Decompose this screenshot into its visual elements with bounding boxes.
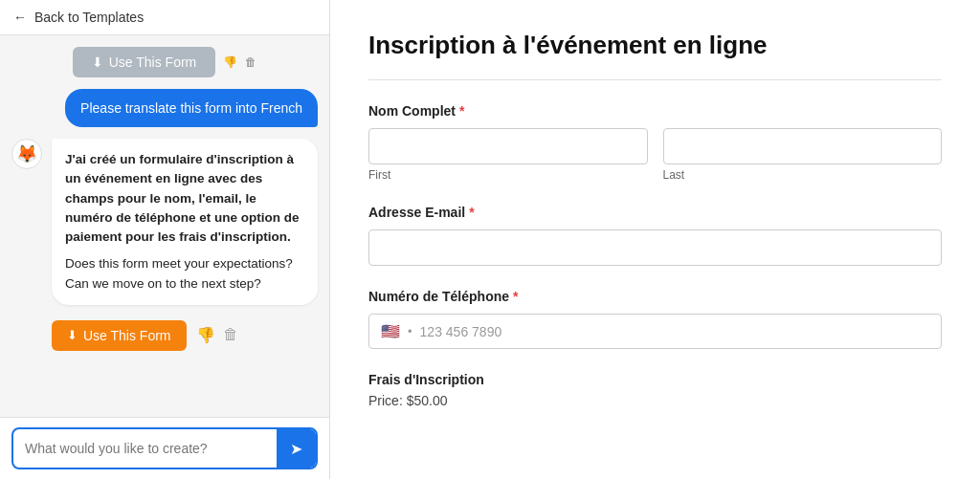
phone-required-star: *	[513, 289, 518, 304]
action-icons: 👎 🗑	[196, 326, 238, 344]
last-name-field: Last	[663, 128, 943, 182]
phone-section: Numéro de Téléphone * 🇺🇸 • 123 456 7890	[368, 289, 942, 349]
bot-message-normal: Does this form meet your expectations? C…	[65, 254, 304, 294]
form-title: Inscription à l'événement en ligne	[368, 31, 942, 60]
divider	[368, 79, 942, 80]
back-nav-label: Back to Templates	[34, 10, 144, 25]
bot-avatar: 🦊	[11, 139, 42, 169]
first-name-input[interactable]	[368, 128, 648, 164]
send-icon: ➤	[290, 440, 302, 458]
first-sub-label: First	[368, 168, 648, 182]
phone-placeholder-text: 123 456 7890	[420, 324, 502, 339]
nom-required-star: *	[459, 103, 464, 119]
email-section: Adresse E-mail *	[368, 205, 942, 266]
chat-input[interactable]	[13, 431, 277, 466]
use-form-bottom-button[interactable]: ⬇ Use This Form	[52, 320, 187, 351]
chat-send-button[interactable]: ➤	[277, 429, 316, 468]
download-icon-bottom: ⬇	[67, 328, 78, 342]
thumbdown-icon-top[interactable]: 👎	[223, 55, 237, 69]
price-value: Price: $50.00	[368, 393, 942, 408]
download-icon-top: ⬇	[92, 54, 103, 70]
use-form-top-label: Use This Form	[109, 54, 197, 70]
phone-input-wrapper[interactable]: 🇺🇸 • 123 456 7890	[368, 314, 942, 349]
trash-icon-bottom[interactable]: 🗑	[223, 326, 238, 344]
chat-input-wrapper: ➤	[11, 427, 318, 469]
phone-flag: 🇺🇸	[381, 322, 400, 340]
use-form-top-button[interactable]: ⬇ Use This Form	[73, 47, 216, 77]
use-form-top-row: ⬇ Use This Form 👎 🗑	[11, 47, 318, 77]
chat-input-area: ➤	[0, 417, 329, 479]
name-row: First Last	[368, 128, 942, 182]
frais-section: Frais d'Inscription Price: $50.00	[368, 372, 942, 408]
last-name-input[interactable]	[663, 128, 943, 164]
bot-bubble: J'ai créé un formulaire d'inscription à …	[52, 139, 318, 305]
chat-area: ⬇ Use This Form 👎 🗑 Please translate thi…	[0, 35, 329, 417]
email-required-star: *	[469, 205, 474, 220]
bot-avatar-emoji: 🦊	[16, 143, 37, 164]
right-panel: Inscription à l'événement en ligne Nom C…	[330, 0, 980, 479]
bot-message-bold: J'ai créé un formulaire d'inscription à …	[65, 152, 300, 244]
back-nav[interactable]: ← Back to Templates	[0, 0, 329, 35]
frais-label: Frais d'Inscription	[368, 372, 942, 387]
first-name-field: First	[368, 128, 648, 182]
nom-label: Nom Complet *	[368, 103, 942, 119]
user-message-bubble: Please translate this form into French	[65, 89, 318, 127]
trash-icon-top[interactable]: 🗑	[245, 55, 256, 69]
phone-separator: •	[408, 324, 412, 338]
user-message-text: Please translate this form into French	[80, 100, 302, 116]
email-input[interactable]	[368, 229, 942, 266]
back-arrow-icon: ←	[13, 10, 27, 25]
use-form-bottom-label: Use This Form	[83, 328, 171, 343]
use-form-bottom-row: ⬇ Use This Form 👎 🗑	[11, 316, 318, 355]
thumbdown-icon-bottom[interactable]: 👎	[196, 326, 215, 344]
left-panel: ← Back to Templates ⬇ Use This Form 👎 🗑 …	[0, 0, 330, 479]
phone-label: Numéro de Téléphone *	[368, 289, 942, 304]
bot-message: 🦊 J'ai créé un formulaire d'inscription …	[11, 139, 318, 305]
email-label: Adresse E-mail *	[368, 205, 942, 220]
nom-complet-section: Nom Complet * First Last	[368, 103, 942, 182]
last-sub-label: Last	[663, 168, 943, 182]
